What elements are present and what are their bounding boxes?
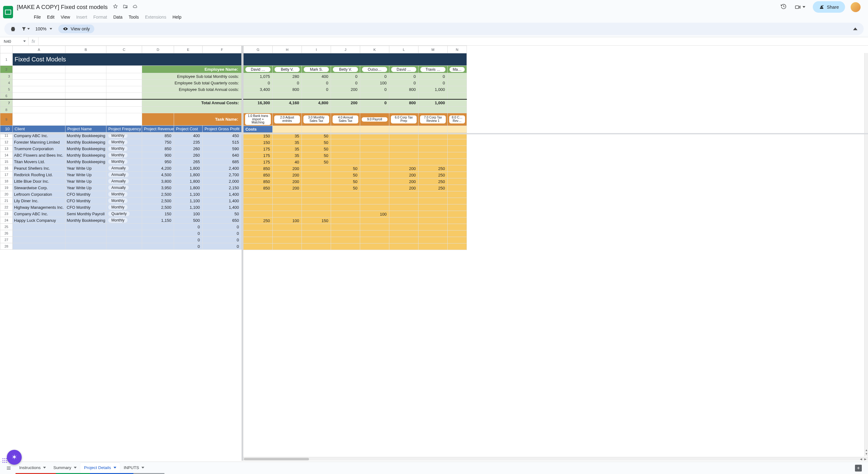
star-icon[interactable] [113, 4, 118, 10]
client-cell[interactable]: Little Blue Door Inc. [13, 178, 65, 185]
frequency-cell[interactable]: Monthly [106, 146, 142, 152]
row-header[interactable]: 6 [0, 93, 13, 99]
cell[interactable] [418, 126, 448, 133]
client-cell[interactable]: Company ABC Inc. [13, 211, 65, 217]
row-header[interactable]: 13 [0, 146, 13, 152]
task-cost-cell[interactable]: 175 [244, 152, 273, 159]
task-cost-cell[interactable]: 250 [418, 178, 448, 185]
row-header[interactable]: 3 [0, 73, 13, 80]
cell[interactable] [13, 66, 65, 73]
task-cost-cell[interactable]: 40 [273, 159, 302, 165]
client-cell[interactable]: Truemore Corporation [13, 146, 65, 152]
cell[interactable] [13, 80, 65, 86]
cell[interactable] [302, 237, 331, 244]
client-cell[interactable]: Titan Movers Ltd. [13, 159, 65, 165]
cell[interactable] [302, 93, 331, 99]
total-cell[interactable]: 4,800 [302, 99, 331, 107]
task-cost-cell[interactable] [418, 133, 448, 139]
cell[interactable]: 0 [174, 230, 203, 237]
row-header[interactable]: 18 [0, 178, 13, 185]
subtotal-cell[interactable]: 1,075 [244, 73, 273, 80]
row-header[interactable]: 15 [0, 159, 13, 165]
cost-cell[interactable]: 1,800 [174, 165, 203, 171]
cell[interactable] [65, 230, 106, 237]
revenue-cell[interactable]: 1,150 [142, 217, 174, 224]
task-cost-cell[interactable] [418, 217, 448, 224]
client-cell[interactable]: ABC Flowers and Bees Inc. [13, 152, 65, 159]
cell[interactable] [448, 191, 467, 198]
cell[interactable] [13, 237, 65, 243]
row-header[interactable]: 21 [0, 198, 13, 204]
share-button[interactable]: Share [813, 1, 845, 13]
row-header[interactable]: 20 [0, 191, 13, 198]
cell[interactable] [65, 66, 106, 73]
project-cell[interactable]: Monthly Bookkeeping [65, 152, 106, 159]
name-box[interactable]: N40 [0, 37, 29, 45]
task-cost-cell[interactable]: 850 [244, 165, 273, 172]
project-cell[interactable]: Monthly Bookkeeping [65, 146, 106, 152]
task-cost-cell[interactable]: 35 [273, 139, 302, 146]
task-cost-cell[interactable] [389, 152, 418, 159]
cell[interactable] [106, 243, 142, 250]
move-icon[interactable] [123, 4, 128, 10]
cell[interactable] [389, 230, 418, 237]
col-header-K[interactable]: K [360, 46, 389, 53]
cell[interactable] [13, 107, 65, 113]
task-cost-cell[interactable] [302, 172, 331, 178]
task-cost-cell[interactable]: 850 [244, 172, 273, 178]
row-header[interactable]: 28 [0, 243, 13, 250]
cell[interactable] [302, 126, 331, 133]
col-header-M[interactable]: M [418, 46, 448, 53]
row-header[interactable]: 25 [0, 224, 13, 230]
cell[interactable] [418, 237, 448, 244]
cell[interactable] [106, 224, 142, 230]
task-cost-cell[interactable]: 100 [360, 211, 389, 217]
cost-cell[interactable]: 400 [174, 132, 203, 139]
cell[interactable] [13, 86, 65, 93]
cell[interactable] [331, 244, 360, 250]
cell[interactable] [389, 224, 418, 230]
cell[interactable] [418, 224, 448, 230]
gross-profit-cell[interactable]: 590 [203, 146, 242, 152]
col-header-D[interactable]: D [142, 46, 174, 53]
row-header[interactable]: 8 [0, 107, 13, 113]
project-cell[interactable]: CFO Monthly [65, 191, 106, 198]
task-cost-cell[interactable]: 50 [302, 139, 331, 146]
subtotal-cell[interactable] [448, 86, 467, 93]
cell[interactable] [302, 107, 331, 113]
cell[interactable] [448, 211, 467, 217]
cell[interactable] [244, 244, 273, 250]
row-header[interactable]: 26 [0, 230, 13, 237]
task-cost-cell[interactable]: 175 [244, 146, 273, 152]
gross-profit-cell[interactable]: 2,150 [203, 185, 242, 191]
task-cost-cell[interactable]: 200 [389, 178, 418, 185]
project-cell[interactable]: CFO Monthly [65, 204, 106, 211]
project-cell[interactable]: Year Write Up [65, 165, 106, 171]
frequency-cell[interactable]: Annually [106, 171, 142, 178]
task-cost-cell[interactable] [418, 211, 448, 217]
cell[interactable] [302, 224, 331, 230]
project-cell[interactable]: Monthly Bookkeeping [65, 139, 106, 146]
cell[interactable] [331, 237, 360, 244]
total-cell[interactable]: 16,300 [244, 99, 273, 107]
cell[interactable] [142, 113, 174, 126]
cost-cell[interactable]: 1,800 [174, 185, 203, 191]
sheet-tab-inputs[interactable]: INPUTS [120, 463, 148, 473]
task-cost-cell[interactable] [331, 217, 360, 224]
cell[interactable] [448, 133, 467, 139]
task-cost-cell[interactable] [360, 217, 389, 224]
col-header-A[interactable]: A [13, 46, 65, 53]
cell[interactable] [360, 237, 389, 244]
subtotal-cell[interactable]: 0 [273, 80, 302, 86]
cell[interactable] [448, 198, 467, 204]
revenue-cell[interactable]: 900 [142, 152, 174, 159]
row-header[interactable]: 1 [0, 53, 13, 66]
cell[interactable]: 0 [203, 243, 242, 250]
col-header-F[interactable]: F [203, 46, 242, 53]
revenue-cell[interactable]: 3,800 [142, 178, 174, 185]
task-pill[interactable]: 6.0 Corp Tax Prep [389, 113, 418, 126]
subtotal-cell[interactable]: 0 [331, 80, 360, 86]
client-cell[interactable]: Company ABC Inc. [13, 132, 65, 139]
menu-edit[interactable]: Edit [44, 13, 57, 21]
cell[interactable] [142, 224, 174, 230]
